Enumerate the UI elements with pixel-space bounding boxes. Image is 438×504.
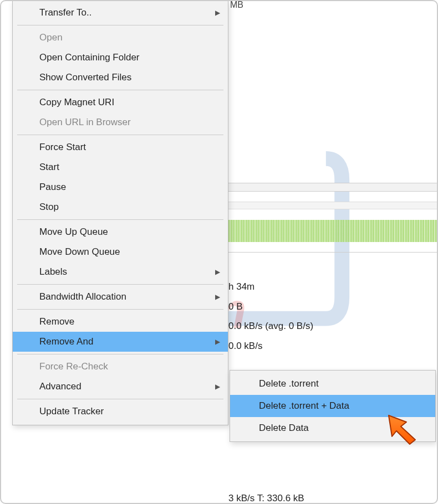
menu-transfer-to[interactable]: Transfer To.. ▶ bbox=[13, 3, 228, 23]
stat-size: 0 B bbox=[228, 297, 313, 317]
menu-label: Force Start bbox=[39, 142, 86, 152]
annotation-arrow-icon bbox=[384, 411, 420, 446]
menu-update-tracker[interactable]: Update Tracker bbox=[13, 402, 228, 421]
chevron-right-icon: ▶ bbox=[215, 268, 220, 276]
menu-bandwidth-allocation[interactable]: Bandwidth Allocation ▶ bbox=[13, 287, 228, 307]
menu-separator bbox=[17, 309, 223, 310]
menu-label: Move Up Queue bbox=[39, 227, 108, 237]
menu-stop[interactable]: Stop bbox=[13, 197, 228, 217]
menu-label: Copy Magnet URI bbox=[39, 97, 114, 107]
stat-time: h 34m bbox=[228, 277, 313, 297]
menu-separator bbox=[17, 219, 223, 220]
menu-label: Start bbox=[39, 162, 59, 172]
menu-label: Force Re-Check bbox=[39, 361, 108, 372]
menu-start[interactable]: Start bbox=[13, 157, 228, 177]
menu-label: Remove And bbox=[39, 336, 93, 347]
submenu-delete-torrent[interactable]: Delete .torrent bbox=[230, 373, 435, 395]
menu-separator bbox=[17, 90, 223, 90]
menu-label: Update Tracker bbox=[39, 406, 104, 416]
menu-label: Delete Data bbox=[259, 423, 309, 433]
chevron-right-icon: ▶ bbox=[215, 9, 220, 17]
menu-advanced[interactable]: Advanced ▶ bbox=[13, 377, 228, 397]
menu-label: Stop bbox=[39, 202, 59, 212]
menu-pause[interactable]: Pause bbox=[13, 177, 228, 197]
menu-remove[interactable]: Remove bbox=[13, 312, 228, 332]
bg-pieces-bar bbox=[228, 220, 438, 242]
chevron-right-icon: ▶ bbox=[215, 383, 220, 390]
menu-label: Bandwidth Allocation bbox=[39, 291, 126, 302]
menu-label: Open URL in Browser bbox=[39, 117, 131, 127]
menu-label: Transfer To.. bbox=[39, 7, 91, 18]
menu-copy-magnet-uri[interactable]: Copy Magnet URI bbox=[13, 92, 228, 112]
menu-label: Remove bbox=[39, 316, 74, 327]
menu-remove-and[interactable]: Remove And ▶ bbox=[13, 332, 228, 352]
bg-footer-stat: 3 kB/s T: 330.6 kB bbox=[228, 493, 304, 504]
menu-open[interactable]: Open bbox=[13, 28, 228, 48]
menu-label: Open bbox=[39, 32, 63, 43]
menu-label: Labels bbox=[39, 266, 67, 277]
menu-label: Advanced bbox=[39, 381, 82, 392]
stat-up: 0.0 kB/s bbox=[228, 336, 313, 356]
bg-progress-track-2 bbox=[228, 202, 438, 209]
bg-stats: h 34m 0 B 0.0 kB/s (avg. 0 B/s) 0.0 kB/s bbox=[228, 277, 313, 356]
menu-separator bbox=[17, 399, 223, 399]
menu-open-containing-folder[interactable]: Open Containing Folder bbox=[13, 48, 228, 68]
menu-label: Delete .torrent bbox=[259, 378, 319, 389]
bg-progress-track bbox=[228, 183, 438, 192]
menu-separator bbox=[17, 25, 223, 25]
menu-separator bbox=[17, 284, 223, 285]
menu-show-converted-files[interactable]: Show Converted Files bbox=[13, 68, 228, 88]
context-menu: Transfer To.. ▶ Open Open Containing Fol… bbox=[12, 0, 228, 425]
menu-open-url-in-browser[interactable]: Open URL in Browser bbox=[13, 112, 228, 132]
menu-labels[interactable]: Labels ▶ bbox=[13, 262, 228, 282]
menu-force-start[interactable]: Force Start bbox=[13, 137, 228, 157]
menu-force-recheck[interactable]: Force Re-Check bbox=[13, 357, 228, 377]
menu-label: Show Converted Files bbox=[39, 72, 131, 83]
menu-separator bbox=[17, 135, 223, 135]
menu-label: Move Down Queue bbox=[39, 246, 120, 257]
bg-separator bbox=[228, 252, 438, 253]
menu-label: Pause bbox=[39, 182, 66, 192]
chevron-right-icon: ▶ bbox=[215, 338, 220, 346]
stat-down: 0.0 kB/s (avg. 0 B/s) bbox=[228, 316, 313, 336]
menu-label: Delete .torrent + Data bbox=[259, 400, 349, 411]
menu-move-down-queue[interactable]: Move Down Queue bbox=[13, 242, 228, 262]
menu-separator bbox=[17, 354, 223, 354]
menu-label: Open Containing Folder bbox=[39, 52, 140, 63]
bg-header-fragment: MB bbox=[230, 0, 243, 10]
menu-move-up-queue[interactable]: Move Up Queue bbox=[13, 222, 228, 242]
chevron-right-icon: ▶ bbox=[215, 293, 220, 301]
